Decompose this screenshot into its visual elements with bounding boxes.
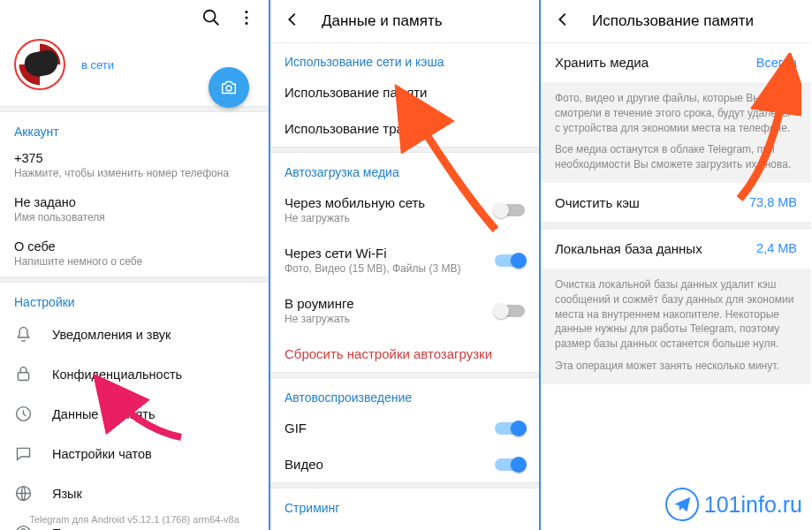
- menu-label: Помощь: [52, 526, 102, 531]
- menu-label: Конфиденциальность: [52, 367, 182, 382]
- row-mobile[interactable]: Через мобильную сетьНе загружать: [270, 185, 539, 235]
- menu-item-privacy[interactable]: Конфиденциальность: [0, 354, 269, 394]
- toggle-video[interactable]: [495, 458, 525, 471]
- section-autoplay: Автовоспроизведение: [270, 378, 539, 410]
- db-size: 2,4 MB: [756, 241, 797, 255]
- back-icon[interactable]: [283, 10, 302, 34]
- svg-rect-6: [18, 373, 28, 381]
- toggle-wifi[interactable]: [495, 254, 525, 267]
- row-gif[interactable]: GIF: [270, 410, 539, 446]
- settings-screen: в сети Аккаунт +375 Нажмите, чтобы измен…: [0, 0, 270, 530]
- page-title: Данные и память: [322, 12, 443, 30]
- username-field[interactable]: Не задано Имя пользователя: [0, 188, 269, 232]
- menu-label: Данные и память: [52, 407, 155, 421]
- menu-item-notifications[interactable]: Уведомления и звук: [0, 314, 269, 354]
- version-footer: Telegram для Android v5.12.1 (1768) arm6…: [0, 514, 269, 525]
- row-roaming[interactable]: В роумингеНе загружать: [270, 285, 539, 336]
- toggle-roaming[interactable]: [495, 305, 525, 317]
- row-reset-autodl[interactable]: Сбросить настройки автозагрузки: [270, 336, 539, 372]
- svg-point-4: [245, 22, 247, 25]
- section-usage: Использование сети и кэша: [270, 42, 539, 74]
- row-clear-cache[interactable]: Очистить кэш 73,8 MB: [541, 183, 811, 223]
- row-storage-usage[interactable]: Использование памяти: [270, 74, 539, 110]
- row-network-usage[interactable]: Использование трафика: [270, 110, 539, 147]
- phone-field[interactable]: +375 Нажмите, чтобы изменить номер телеф…: [0, 144, 269, 188]
- menu-label: Настройки чатов: [52, 447, 152, 461]
- svg-point-3: [245, 16, 247, 19]
- avatar[interactable]: [14, 39, 65, 90]
- back-icon[interactable]: [553, 10, 573, 34]
- menu-label: Уведомления и звук: [52, 328, 171, 342]
- online-status: в сети: [81, 58, 114, 72]
- menu-label: Язык: [52, 487, 82, 501]
- row-local-db[interactable]: Локальная база данных 2,4 MB: [541, 229, 811, 269]
- section-stream: Стриминг: [270, 488, 539, 520]
- row-video[interactable]: Видео: [270, 446, 539, 482]
- row-wifi[interactable]: Через сети Wi-FiФото, Видео (15 MB), Фай…: [270, 235, 539, 285]
- bio-field[interactable]: О себе Напишите немного о себе: [0, 232, 269, 276]
- search-icon[interactable]: [201, 8, 221, 31]
- settings-header: Настройки: [0, 283, 269, 314]
- local-db-info: Очистка локальной базы данных удалит кэш…: [541, 269, 811, 384]
- storage-usage-screen: Использование памяти Хранить медиа Всегд…: [541, 0, 811, 530]
- svg-point-2: [245, 11, 247, 13]
- telegram-icon: [665, 488, 699, 521]
- more-icon[interactable]: [237, 8, 256, 31]
- row-keep-media[interactable]: Хранить медиа Всегда: [541, 42, 811, 82]
- menu-item-language[interactable]: Язык: [0, 473, 269, 513]
- account-header: Аккаунт: [0, 112, 269, 144]
- menu-item-data[interactable]: Данные и память: [0, 394, 269, 434]
- camera-button[interactable]: [209, 67, 249, 108]
- section-autodl: Автозагрузка медиа: [270, 153, 539, 185]
- data-storage-screen: Данные и память Использование сети и кэш…: [270, 0, 541, 530]
- toggle-gif[interactable]: [495, 422, 525, 435]
- toggle-mobile[interactable]: [495, 204, 525, 216]
- row-stream[interactable]: Стриминг аудиофайлов и видео: [270, 520, 539, 530]
- menu-item-chats[interactable]: Настройки чатов: [0, 434, 269, 473]
- cache-size: 73,8 MB: [749, 195, 797, 209]
- keep-media-info: Фото, видео и другие файлы, которые Вы н…: [541, 82, 811, 183]
- svg-line-1: [214, 20, 219, 26]
- watermark-logo: 101info.ru: [665, 488, 802, 521]
- keep-media-value: Всегда: [756, 56, 797, 70]
- svg-point-5: [226, 86, 231, 91]
- page-title: Использование памяти: [592, 12, 754, 30]
- svg-point-0: [204, 11, 216, 22]
